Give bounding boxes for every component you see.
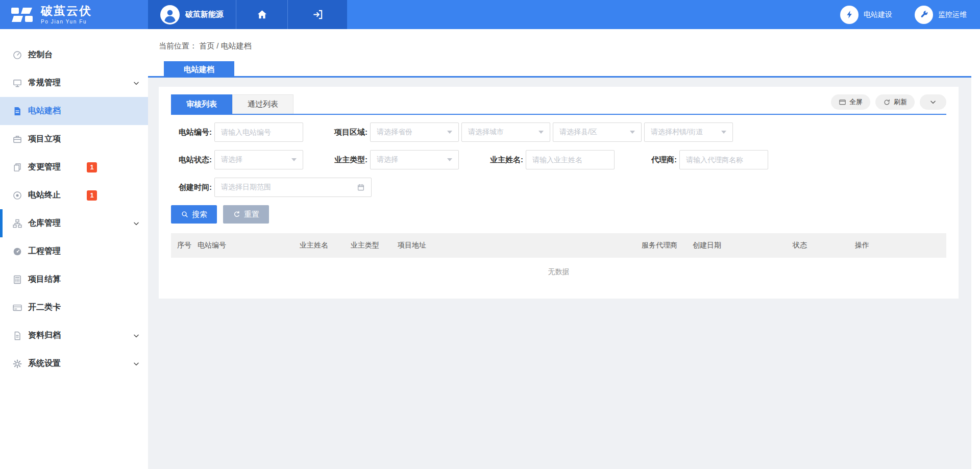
logout-icon bbox=[312, 9, 324, 20]
filter-actions: 搜索 重置 bbox=[171, 205, 946, 224]
table-header-row: 序号 电站编号 业主姓名 业主类型 项目地址 服务代理商 创建日期 状态 操作 bbox=[171, 233, 946, 258]
reset-button[interactable]: 重置 bbox=[223, 205, 269, 224]
column-service-agent: 服务代理商 bbox=[642, 241, 693, 250]
gear-icon bbox=[12, 359, 22, 369]
agent-label: 代理商: bbox=[638, 155, 677, 165]
town-select[interactable]: 请选择村镇/街道 bbox=[644, 122, 733, 142]
panel-toolbar: 全屏 刷新 bbox=[831, 94, 946, 110]
fullscreen-icon bbox=[839, 98, 846, 106]
column-owner-type: 业主类型 bbox=[351, 241, 398, 250]
refresh-icon bbox=[883, 98, 891, 106]
breadcrumb: 当前位置： 首页 / 电站建档 bbox=[159, 41, 980, 51]
created-time-label: 创建时间: bbox=[171, 183, 212, 192]
tab-passed-list[interactable]: 通过列表 bbox=[232, 94, 293, 114]
sidebar-item-general-management[interactable]: 常规管理 bbox=[0, 69, 148, 97]
lightning-bolt-icon bbox=[840, 6, 859, 24]
breadcrumb-prefix: 当前位置： bbox=[159, 41, 197, 50]
sidebar-item-label: 项目结算 bbox=[28, 274, 61, 285]
tab-review-list[interactable]: 审核列表 bbox=[171, 94, 232, 114]
card-icon bbox=[12, 303, 22, 313]
sidebar-item-label: 系统设置 bbox=[28, 358, 61, 369]
module-label: 监控运维 bbox=[938, 10, 967, 19]
filter-row-1: 电站编号: 项目区域: 请选择省份 请选择城市 bbox=[171, 122, 946, 142]
region-label: 项目区域: bbox=[327, 128, 368, 137]
module-monitoring-ops[interactable]: 监控运维 bbox=[915, 6, 967, 24]
notification-badge: 1 bbox=[87, 190, 97, 201]
sidebar-item-station-termination[interactable]: 电站终止 1 bbox=[0, 181, 148, 209]
gauge-icon bbox=[12, 246, 22, 257]
district-select[interactable]: 请选择县/区 bbox=[553, 122, 642, 142]
column-station-no: 电站编号 bbox=[198, 241, 300, 250]
page-scrollbar[interactable] bbox=[971, 29, 980, 469]
breadcrumb-bar: 当前位置： 首页 / 电站建档 电站建档 bbox=[148, 29, 980, 78]
city-placeholder: 请选择城市 bbox=[468, 128, 504, 137]
chevron-down-icon bbox=[133, 220, 140, 227]
sidebar-item-engineering-management[interactable]: 工程管理 bbox=[0, 237, 148, 265]
archive-document-icon bbox=[12, 331, 22, 341]
home-button[interactable] bbox=[236, 0, 287, 29]
list-tabs: 审核列表 通过列表 bbox=[171, 94, 293, 114]
sidebar-item-label: 电站建档 bbox=[28, 106, 61, 116]
main-area: 当前位置： 首页 / 电站建档 电站建档 审核列表 通过列表 bbox=[148, 29, 980, 469]
station-filing-panel: 审核列表 通过列表 全屏 bbox=[159, 87, 959, 299]
calendar-icon bbox=[357, 183, 365, 191]
sidebar-item-station-filing[interactable]: 电站建档 bbox=[0, 97, 148, 125]
sidebar-item-label: 工程管理 bbox=[28, 246, 61, 257]
briefcase-icon bbox=[12, 134, 22, 144]
avatar-icon bbox=[160, 5, 180, 24]
panel-header: 审核列表 通过列表 全屏 bbox=[171, 87, 946, 115]
sidebar-item-data-archiving[interactable]: 资料归档 bbox=[0, 322, 148, 350]
notification-badge: 1 bbox=[87, 162, 97, 172]
sidebar-item-label: 控制台 bbox=[28, 50, 53, 60]
caret-down-icon bbox=[291, 158, 297, 161]
province-select[interactable]: 请选择省份 bbox=[370, 122, 459, 142]
agent-input[interactable] bbox=[679, 150, 768, 169]
document-icon bbox=[12, 106, 22, 116]
date-range-picker[interactable]: 请选择日期范围 bbox=[214, 178, 372, 197]
filter-row-2: 电站状态: 请选择 业主类型: 请选择 业主姓名: bbox=[171, 150, 946, 169]
owner-name-input[interactable] bbox=[526, 150, 615, 169]
breadcrumb-path: 首页 / 电站建档 bbox=[199, 41, 252, 50]
sidebar-item-change-management[interactable]: 变更管理 1 bbox=[0, 153, 148, 181]
date-range-placeholder: 请选择日期范围 bbox=[221, 183, 271, 192]
sidebar-item-label: 仓库管理 bbox=[28, 218, 61, 229]
province-placeholder: 请选择省份 bbox=[377, 128, 412, 137]
sidebar-item-console[interactable]: 控制台 bbox=[0, 41, 148, 69]
sidebar-item-project-settlement[interactable]: 项目结算 bbox=[0, 265, 148, 293]
reset-icon bbox=[233, 210, 241, 218]
city-select[interactable]: 请选择城市 bbox=[461, 122, 550, 142]
search-button[interactable]: 搜索 bbox=[171, 205, 217, 224]
search-label: 搜索 bbox=[192, 210, 207, 219]
module-station-construction[interactable]: 电站建设 bbox=[840, 6, 892, 24]
logout-button[interactable] bbox=[287, 0, 347, 29]
sidebar-item-label: 变更管理 bbox=[28, 162, 61, 172]
column-index: 序号 bbox=[177, 241, 198, 250]
station-status-label: 电站状态: bbox=[171, 155, 212, 165]
refresh-button[interactable]: 刷新 bbox=[875, 94, 915, 110]
town-placeholder: 请选择村镇/街道 bbox=[651, 128, 703, 137]
owner-type-select[interactable]: 请选择 bbox=[370, 150, 459, 169]
column-owner-name: 业主姓名 bbox=[300, 241, 351, 250]
reset-label: 重置 bbox=[244, 210, 259, 219]
station-no-input[interactable] bbox=[214, 122, 303, 142]
user-menu[interactable]: 破茧新能源 bbox=[148, 0, 236, 29]
page-tab-station-filing[interactable]: 电站建档 bbox=[164, 61, 234, 78]
owner-name-label: 业主姓名: bbox=[482, 155, 523, 165]
topbar-light-section: 电站建设 监控运维 bbox=[347, 0, 980, 29]
brand-logo-area: 破茧云伏 Po Jian Yun Fu bbox=[0, 0, 148, 29]
collapse-toggle-button[interactable] bbox=[920, 94, 946, 110]
sidebar-item-system-settings[interactable]: 系统设置 bbox=[0, 350, 148, 378]
chevron-down-icon bbox=[133, 332, 140, 339]
column-created-date: 创建日期 bbox=[693, 241, 793, 250]
caret-down-icon bbox=[538, 131, 544, 134]
user-name: 破茧新能源 bbox=[185, 10, 224, 19]
fullscreen-button[interactable]: 全屏 bbox=[831, 94, 870, 110]
topbar-dark-section: 破茧新能源 bbox=[148, 0, 347, 29]
refresh-label: 刷新 bbox=[894, 97, 907, 107]
sidebar-item-open-class2-card[interactable]: 开二类卡 bbox=[0, 293, 148, 322]
chevron-down-icon bbox=[133, 360, 140, 367]
sidebar-item-warehouse-management[interactable]: 仓库管理 bbox=[0, 209, 148, 237]
station-status-select[interactable]: 请选择 bbox=[214, 150, 303, 169]
sidebar-item-label: 常规管理 bbox=[28, 78, 61, 88]
sidebar-item-project-initiation[interactable]: 项目立项 bbox=[0, 125, 148, 153]
